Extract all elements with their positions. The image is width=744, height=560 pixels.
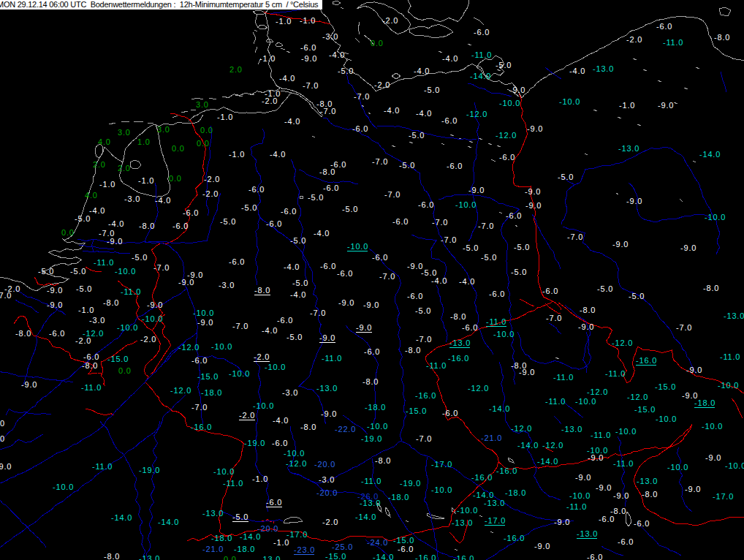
svg-text:0.0: 0.0 — [169, 174, 182, 183]
svg-text:-1.0: -1.0 — [78, 306, 94, 314]
svg-text:-17.0: -17.0 — [431, 460, 452, 469]
svg-text:-6.0: -6.0 — [489, 290, 505, 298]
svg-text:-12.0: -12.0 — [511, 424, 532, 433]
svg-text:-4.0: -4.0 — [329, 50, 345, 59]
svg-text:-7.0: -7.0 — [416, 335, 432, 344]
svg-text:-4.0: -4.0 — [414, 67, 430, 75]
svg-text:-12.0: -12.0 — [466, 110, 487, 118]
svg-text:-14.0: -14.0 — [355, 512, 376, 521]
svg-text:-8.0: -8.0 — [362, 377, 379, 386]
svg-text:-9.0: -9.0 — [468, 186, 485, 194]
svg-text:-10.0: -10.0 — [559, 97, 580, 106]
svg-text:4.0: 4.0 — [98, 137, 111, 146]
svg-text:-13.0: -13.0 — [724, 311, 744, 320]
svg-text:-15.0: -15.0 — [107, 355, 129, 363]
svg-text:-7.0: -7.0 — [320, 107, 336, 116]
svg-text:-14.0: -14.0 — [489, 404, 510, 413]
svg-text:-15.0: -15.0 — [655, 382, 676, 391]
svg-text:-6.0: -6.0 — [248, 185, 265, 194]
svg-text:-10.0: -10.0 — [229, 369, 250, 378]
svg-text:-13.0: -13.0 — [202, 509, 224, 518]
svg-text:-15.0: -15.0 — [406, 406, 427, 415]
svg-text:-6.0: -6.0 — [407, 292, 423, 300]
svg-text:2.0: 2.0 — [93, 160, 106, 169]
svg-text:-16.0: -16.0 — [448, 354, 469, 363]
svg-text:-13.0: -13.0 — [637, 477, 658, 485]
svg-text:-16.0: -16.0 — [471, 473, 493, 482]
svg-text:-1.0: -1.0 — [252, 474, 268, 483]
svg-text:-11.0: -11.0 — [322, 354, 342, 363]
svg-text:-9.0: -9.0 — [147, 300, 163, 309]
svg-text:-9.0: -9.0 — [338, 298, 354, 307]
svg-text:-8.0: -8.0 — [319, 167, 335, 176]
svg-text:-7.0: -7.0 — [0, 291, 12, 300]
svg-text:-6.0: -6.0 — [587, 553, 603, 560]
svg-text:-2.0: -2.0 — [204, 175, 220, 183]
svg-text:-13.0: -13.0 — [593, 64, 614, 73]
svg-text:-5.0: -5.0 — [338, 67, 354, 75]
svg-text:-5.0: -5.0 — [241, 203, 257, 212]
svg-text:-9.0: -9.0 — [527, 124, 543, 133]
svg-text:-25.0: -25.0 — [332, 542, 353, 551]
svg-text:-7.0: -7.0 — [416, 434, 432, 443]
svg-text:-3.0: -3.0 — [319, 475, 335, 484]
svg-text:-6.0: -6.0 — [447, 162, 463, 170]
svg-text:-5.0: -5.0 — [220, 217, 236, 226]
svg-text:-14.0: -14.0 — [158, 518, 179, 526]
svg-text:-5.0: -5.0 — [70, 267, 86, 276]
svg-text:-1.0: -1.0 — [229, 150, 245, 159]
svg-text:-7.0: -7.0 — [303, 81, 319, 90]
svg-text:-13.0: -13.0 — [561, 425, 582, 434]
svg-text:-5.0: -5.0 — [290, 236, 306, 245]
svg-text:-19.0: -19.0 — [244, 439, 265, 447]
svg-text:-19.0: -19.0 — [400, 479, 421, 488]
svg-text:-14.0: -14.0 — [240, 532, 261, 541]
svg-text:-6.0: -6.0 — [337, 269, 353, 278]
svg-text:-6.0: -6.0 — [634, 519, 650, 528]
svg-text:0.0: 0.0 — [118, 366, 132, 375]
svg-text:-7.0: -7.0 — [310, 309, 326, 317]
svg-text:-13.0: -13.0 — [577, 529, 598, 538]
svg-text:-9.0: -9.0 — [525, 187, 541, 196]
svg-text:-5.0: -5.0 — [38, 267, 54, 276]
svg-text:0.0: 0.0 — [172, 144, 185, 153]
svg-text:-12.0: -12.0 — [542, 441, 563, 450]
svg-text:-6.0: -6.0 — [499, 153, 515, 162]
svg-text:-9.0: -9.0 — [612, 240, 629, 249]
svg-text:-17.0: -17.0 — [286, 530, 308, 539]
svg-text:-7.0: -7.0 — [546, 314, 562, 322]
svg-text:-4.0: -4.0 — [89, 206, 105, 215]
svg-text:0.0: 0.0 — [224, 555, 237, 560]
svg-text:-12.0: -12.0 — [627, 393, 648, 401]
svg-text:-18.0: -18.0 — [694, 398, 715, 407]
svg-text:3.0: 3.0 — [118, 128, 131, 137]
svg-text:-5.0: -5.0 — [286, 333, 303, 341]
svg-text:-6.0: -6.0 — [442, 409, 458, 417]
svg-text:-5.0: -5.0 — [424, 86, 440, 94]
svg-text:-4.0: -4.0 — [273, 416, 289, 425]
svg-text:-12.0: -12.0 — [286, 459, 307, 468]
svg-text:-9.0: -9.0 — [319, 333, 335, 342]
svg-text:-4.0: -4.0 — [314, 229, 330, 238]
svg-text:-5.0: -5.0 — [496, 61, 512, 69]
svg-text:-9.0: -9.0 — [321, 409, 337, 418]
svg-text:-10.0: -10.0 — [615, 427, 637, 436]
svg-text:-19.0: -19.0 — [361, 434, 382, 443]
svg-text:-5.0: -5.0 — [481, 253, 497, 262]
svg-text:3.0: 3.0 — [196, 100, 209, 109]
svg-text:-16.0: -16.0 — [191, 423, 212, 431]
svg-text:-8.0: -8.0 — [104, 552, 120, 560]
svg-text:-16.0: -16.0 — [415, 391, 436, 400]
svg-text:-5.0: -5.0 — [399, 161, 415, 170]
svg-text:-11.0: -11.0 — [121, 287, 141, 296]
svg-text:-9.0: -9.0 — [0, 462, 12, 471]
svg-text:-8.0: -8.0 — [714, 33, 730, 42]
svg-text:-9.0: -9.0 — [363, 300, 379, 309]
svg-text:-9.0: -9.0 — [47, 286, 63, 295]
svg-text:-16.0: -16.0 — [636, 356, 657, 365]
svg-text:-15.0: -15.0 — [634, 405, 656, 414]
svg-text:-10.0: -10.0 — [718, 381, 739, 390]
svg-text:-7.0: -7.0 — [384, 190, 401, 199]
svg-text:-21.0: -21.0 — [202, 545, 224, 553]
svg-text:-14.0: -14.0 — [111, 513, 132, 522]
